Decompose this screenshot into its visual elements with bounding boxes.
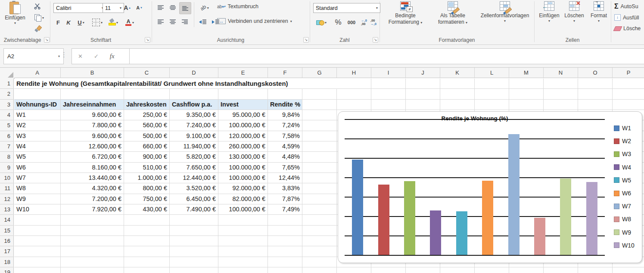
cell-B8[interactable]: 6.720,00 € bbox=[61, 152, 124, 162]
cell-D4[interactable]: 9.350,00 € bbox=[170, 110, 218, 120]
cell-C5[interactable]: 560,00 € bbox=[124, 120, 170, 131]
font-dialog-launcher-icon[interactable]: ↘ bbox=[145, 37, 150, 43]
cell-N3[interactable] bbox=[544, 100, 578, 110]
cell-B3[interactable]: Jahreseinnahmen bbox=[61, 100, 124, 110]
alignment-dialog-launcher-icon[interactable]: ↘ bbox=[303, 37, 309, 43]
cell-E13[interactable]: 100.000,00 € bbox=[218, 204, 268, 215]
cell-C9[interactable]: 510,00 € bbox=[124, 163, 170, 173]
bold-button[interactable]: F bbox=[53, 17, 63, 28]
cell-N2[interactable] bbox=[544, 89, 578, 99]
cell-C19[interactable] bbox=[124, 267, 170, 273]
cell-D18[interactable] bbox=[170, 257, 218, 267]
cell-C8[interactable]: 900,00 € bbox=[124, 152, 170, 162]
grip-icon[interactable]: ⋮ bbox=[61, 51, 67, 59]
bar-W6[interactable] bbox=[482, 181, 493, 255]
cell-A13[interactable]: W10 bbox=[14, 204, 61, 215]
cell-C4[interactable]: 250,00 € bbox=[124, 110, 170, 120]
align-top-button[interactable] bbox=[155, 2, 166, 13]
cell-A1[interactable]: Rendite je Wohnung (Gesamtkapitalrentabi… bbox=[14, 78, 61, 89]
cell-E19[interactable] bbox=[218, 267, 268, 273]
fill-button[interactable]: ↓ Ausfüll bbox=[614, 14, 639, 21]
legend-item-W10[interactable]: W10 bbox=[614, 242, 635, 249]
cell-E12[interactable]: 82.000,00 € bbox=[218, 194, 268, 204]
clear-button[interactable]: Lösche bbox=[614, 25, 641, 31]
cell-B10[interactable]: 13.440,00 € bbox=[61, 173, 124, 183]
legend-item-W6[interactable]: W6 bbox=[614, 190, 631, 197]
cell-F4[interactable]: 9,84% bbox=[268, 110, 302, 120]
chart-title[interactable]: Rendite je Wohnung (%) bbox=[345, 115, 605, 122]
cell-H3[interactable] bbox=[337, 100, 371, 110]
cell-G8[interactable] bbox=[302, 152, 337, 162]
increase-decimal-button[interactable]: ←,0,00 bbox=[360, 17, 368, 28]
cell-E8[interactable]: 130.000,00 € bbox=[218, 152, 268, 162]
cell-C15[interactable] bbox=[124, 226, 170, 236]
align-middle-button[interactable] bbox=[167, 2, 178, 13]
conditional-formatting-button[interactable]: ≠ Bedingte Formatierung ▾ bbox=[383, 1, 428, 35]
row-header-13[interactable]: 13 bbox=[0, 204, 14, 215]
column-header-J[interactable]: J bbox=[406, 68, 440, 78]
cell-D5[interactable]: 7.240,00 € bbox=[170, 120, 218, 131]
cell-F2[interactable] bbox=[268, 89, 302, 99]
cell-J1[interactable] bbox=[406, 78, 440, 89]
cell-J3[interactable] bbox=[406, 100, 440, 110]
column-header-N[interactable]: N bbox=[544, 68, 578, 78]
row-header-8[interactable]: 8 bbox=[0, 152, 14, 162]
cell-F18[interactable] bbox=[268, 257, 302, 267]
bar-W1[interactable] bbox=[352, 160, 363, 255]
cell-P19[interactable] bbox=[613, 267, 644, 273]
cell-D11[interactable]: 3.520,00 € bbox=[170, 183, 218, 194]
format-as-table-button[interactable]: Als Tabelle formatieren ▾ bbox=[429, 1, 476, 35]
cell-E11[interactable]: 92.000,00 € bbox=[218, 183, 268, 194]
column-header-K[interactable]: K bbox=[440, 68, 475, 78]
cell-A16[interactable] bbox=[14, 236, 61, 246]
fill-color-button[interactable]: ▾ bbox=[106, 17, 121, 28]
cell-D2[interactable] bbox=[170, 89, 218, 99]
name-box[interactable]: A2 ▾ bbox=[3, 48, 64, 64]
cell-A9[interactable]: W6 bbox=[14, 163, 61, 173]
cell-B17[interactable] bbox=[61, 246, 124, 257]
clipboard-dialog-launcher-icon[interactable]: ↘ bbox=[44, 37, 50, 43]
cell-D14[interactable] bbox=[170, 215, 218, 225]
cell-B6[interactable]: 9.600,00 € bbox=[61, 131, 124, 141]
cell-G3[interactable] bbox=[302, 100, 337, 110]
cell-G6[interactable] bbox=[302, 131, 337, 141]
cell-F8[interactable]: 4,48% bbox=[268, 152, 302, 162]
row-header-6[interactable]: 6 bbox=[0, 131, 14, 141]
cell-F14[interactable] bbox=[268, 215, 302, 225]
orientation-button[interactable]: ab ▾ bbox=[196, 2, 213, 13]
row-header-4[interactable]: 4 bbox=[0, 110, 14, 120]
number-format-combo[interactable]: Standard▾ bbox=[313, 3, 380, 13]
cell-E18[interactable] bbox=[218, 257, 268, 267]
cell-E16[interactable] bbox=[218, 236, 268, 246]
formula-input[interactable] bbox=[129, 48, 644, 64]
borders-button[interactable]: ▾ bbox=[90, 17, 104, 28]
legend-item-W1[interactable]: W1 bbox=[614, 125, 631, 132]
cell-B9[interactable]: 8.160,00 € bbox=[61, 163, 124, 173]
cell-G15[interactable] bbox=[302, 226, 337, 236]
cell-M19[interactable] bbox=[509, 267, 544, 273]
cell-D8[interactable]: 5.820,00 € bbox=[170, 152, 218, 162]
bar-W10[interactable] bbox=[586, 182, 597, 255]
cell-G12[interactable] bbox=[302, 194, 337, 204]
bar-W3[interactable] bbox=[404, 181, 415, 255]
row-header-17[interactable]: 17 bbox=[0, 246, 14, 257]
cell-M3[interactable] bbox=[509, 100, 544, 110]
cell-G11[interactable] bbox=[302, 183, 337, 194]
row-header-7[interactable]: 7 bbox=[0, 141, 14, 152]
cell-F19[interactable] bbox=[268, 267, 302, 273]
cell-O2[interactable] bbox=[578, 89, 613, 99]
italic-button[interactable]: K bbox=[64, 17, 73, 28]
cell-I3[interactable] bbox=[371, 100, 406, 110]
row-header-2[interactable]: 2 bbox=[0, 89, 14, 99]
row-header-18[interactable]: 18 bbox=[0, 257, 14, 267]
delete-cells-button[interactable]: ✕ Löschen ▾ bbox=[562, 1, 587, 35]
legend-item-W7[interactable]: W7 bbox=[614, 203, 631, 210]
cell-D7[interactable]: 11.940,00 € bbox=[170, 141, 218, 152]
cell-G18[interactable] bbox=[302, 257, 337, 267]
cell-D6[interactable]: 9.100,00 € bbox=[170, 131, 218, 141]
cell-I19[interactable] bbox=[371, 267, 406, 273]
cell-P3[interactable] bbox=[613, 100, 644, 110]
cell-A8[interactable]: W5 bbox=[14, 152, 61, 162]
column-header-E[interactable]: E bbox=[218, 68, 268, 78]
cell-C16[interactable] bbox=[124, 236, 170, 246]
